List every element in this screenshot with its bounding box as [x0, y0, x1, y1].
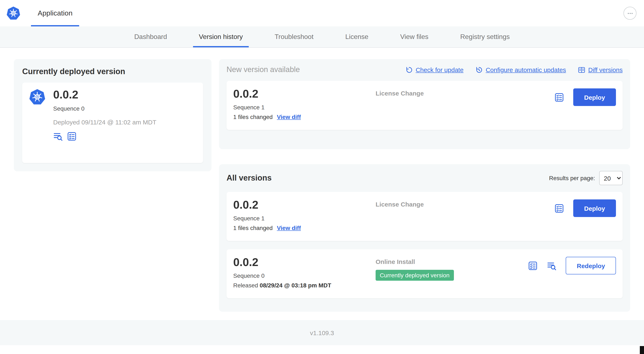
results-per-page-select[interactable]: 20	[599, 171, 623, 185]
current-version-number: 0.0.2	[53, 89, 156, 101]
console-version-label: v1.109.3	[310, 329, 334, 336]
version-source: License Change	[376, 88, 554, 97]
check-for-update-label: Check for update	[416, 66, 464, 73]
current-version-actions	[53, 131, 156, 141]
main-content: Currently deployed version 0.0.2 Sequenc…	[0, 48, 644, 320]
current-version-card: 0.0.2 Sequence 0 Deployed 09/11/24 @ 11:…	[22, 83, 203, 163]
application-tab-label: Application	[38, 9, 72, 17]
kubernetes-logo-icon	[6, 6, 20, 20]
results-per-page-label: Results per page:	[549, 175, 595, 181]
tab-dashboard[interactable]: Dashboard	[128, 26, 173, 47]
version-sequence: Sequence 1	[233, 104, 376, 110]
scrollbar-corner	[640, 346, 644, 354]
diff-versions-link[interactable]: Diff versions	[578, 66, 623, 74]
release-notes-button[interactable]	[528, 261, 538, 270]
configure-automatic-updates-label: Configure automatic updates	[486, 66, 566, 73]
version-info: 0.0.2 Sequence 1 1 files changed View di…	[233, 88, 376, 120]
view-diff-link[interactable]: View diff	[277, 113, 301, 120]
current-version-deployed-date: Deployed 09/11/24 @ 11:02 am MDT	[53, 118, 156, 126]
tab-application[interactable]: Application	[31, 0, 79, 26]
files-changed-text: 1 files changed	[233, 113, 272, 120]
tab-license[interactable]: License	[340, 26, 374, 47]
released-prefix: Released	[233, 282, 258, 288]
view-deploy-logs-button[interactable]	[547, 261, 557, 270]
version-row-sequence-1: 0.0.2 Sequence 1 1 files changed View di…	[226, 192, 623, 241]
check-for-update-link[interactable]: Check for update	[405, 66, 464, 74]
logs-icon	[547, 261, 557, 270]
all-versions-panel: All versions Results per page: 20 0.0.2 …	[219, 164, 630, 312]
release-notes-button[interactable]	[67, 131, 77, 141]
version-number: 0.0.2	[233, 199, 376, 211]
new-version-title: New version available	[226, 65, 300, 74]
app-subnav: Dashboard Version history Troubleshoot L…	[0, 26, 644, 48]
version-source: Online Install Currently deployed versio…	[376, 256, 528, 281]
version-info: 0.0.2 Sequence 1 1 files changed View di…	[233, 199, 376, 231]
version-info: 0.0.2 Sequence 0 Released08/29/24 @ 03:1…	[233, 256, 376, 288]
footer: v1.109.3	[0, 320, 644, 345]
deploy-button[interactable]: Deploy	[573, 88, 616, 106]
more-menu-button[interactable]	[624, 7, 636, 20]
redeploy-button[interactable]: Redeploy	[566, 257, 616, 274]
release-notes-icon	[554, 203, 564, 213]
release-notes-button[interactable]	[554, 92, 564, 102]
current-version-sequence: Sequence 0	[53, 105, 156, 112]
version-row-sequence-0: 0.0.2 Sequence 0 Released08/29/24 @ 03:1…	[226, 249, 623, 298]
release-notes-icon	[528, 261, 538, 270]
current-version-details: 0.0.2 Sequence 0 Deployed 09/11/24 @ 11:…	[53, 89, 156, 157]
version-source: License Change	[376, 199, 554, 208]
release-notes-icon	[554, 92, 564, 102]
tab-version-history[interactable]: Version history	[193, 26, 249, 47]
version-number: 0.0.2	[233, 88, 376, 100]
version-sequence: Sequence 0	[233, 272, 376, 279]
release-notes-button[interactable]	[554, 203, 564, 213]
release-notes-icon	[67, 131, 77, 141]
all-versions-title: All versions	[226, 173, 272, 183]
version-row-actions: Deploy	[554, 199, 616, 217]
version-actions-links: Check for update Configure automatic upd…	[405, 66, 623, 74]
new-version-row: 0.0.2 Sequence 1 1 files changed View di…	[226, 81, 623, 130]
version-number: 0.0.2	[233, 256, 376, 269]
configure-automatic-updates-link[interactable]: Configure automatic updates	[475, 66, 566, 74]
new-version-header: New version available Check for update	[226, 65, 623, 74]
logs-icon	[53, 131, 63, 141]
tab-troubleshoot[interactable]: Troubleshoot	[269, 26, 320, 47]
top-header: Application	[0, 0, 644, 26]
files-changed-row: 1 files changed View diff	[233, 224, 376, 231]
refresh-icon	[405, 66, 413, 74]
files-changed-text: 1 files changed	[233, 224, 272, 231]
source-label: License Change	[376, 90, 424, 97]
kubernetes-app-icon	[29, 89, 46, 106]
released-date-row: Released08/29/24 @ 03:18 pm MDT	[233, 282, 376, 288]
all-versions-header: All versions Results per page: 20	[226, 171, 623, 185]
version-sequence: Sequence 1	[233, 215, 376, 221]
tab-view-files[interactable]: View files	[394, 26, 434, 47]
source-label: Online Install	[376, 258, 415, 265]
ellipsis-icon	[626, 10, 634, 17]
currently-deployed-panel: Currently deployed version 0.0.2 Sequenc…	[14, 59, 212, 171]
files-changed-row: 1 files changed View diff	[233, 113, 376, 120]
results-per-page: Results per page: 20	[549, 171, 623, 185]
deploy-button[interactable]: Deploy	[573, 199, 616, 217]
app-root: Application Dashboard Version history Tr…	[0, 0, 644, 354]
view-diff-link[interactable]: View diff	[277, 224, 301, 231]
source-label: License Change	[376, 201, 424, 208]
version-row-actions: Deploy	[554, 88, 616, 106]
clock-arrow-icon	[475, 66, 483, 74]
tab-registry-settings[interactable]: Registry settings	[454, 26, 516, 47]
released-date: 08/29/24 @ 03:18 pm MDT	[260, 282, 331, 288]
version-row-actions: Redeploy	[528, 256, 616, 274]
diff-versions-label: Diff versions	[588, 66, 623, 73]
view-deploy-logs-button[interactable]	[53, 131, 63, 141]
diff-icon	[578, 66, 585, 74]
right-column: New version available Check for update	[219, 59, 630, 312]
new-version-panel: New version available Check for update	[219, 59, 630, 149]
currently-deployed-badge: Currently deployed version	[376, 270, 454, 281]
currently-deployed-title: Currently deployed version	[22, 67, 203, 76]
